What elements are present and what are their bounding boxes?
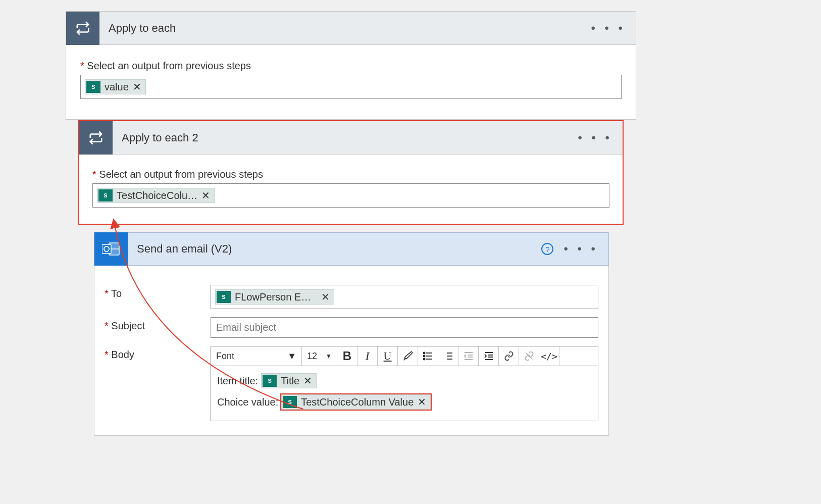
font-size-select[interactable]: 12▼ — [302, 346, 337, 366]
token-flowperson[interactable]: S FLowPerson E… ✕ — [215, 289, 334, 305]
number-list-button[interactable] — [438, 346, 458, 366]
apply-to-each-card: Apply to each • • • * Select an output f… — [66, 11, 636, 120]
card-header[interactable]: Send an email (V2) ? • • • — [94, 232, 609, 266]
remove-token-icon[interactable]: ✕ — [201, 189, 210, 201]
bullet-list-button[interactable] — [418, 346, 438, 366]
svg-rect-3 — [102, 244, 111, 254]
remove-token-icon[interactable]: ✕ — [303, 375, 312, 387]
more-menu-button[interactable]: • • • — [578, 131, 623, 145]
remove-token-icon[interactable]: ✕ — [418, 396, 426, 408]
card-title: Apply to each 2 — [113, 131, 578, 144]
to-input[interactable]: S FLowPerson E… ✕ — [211, 285, 598, 309]
remove-token-icon[interactable]: ✕ — [321, 291, 330, 303]
bold-button[interactable]: B — [337, 346, 357, 366]
output-input[interactable]: S value ✕ — [80, 75, 622, 99]
select-output-label: * Select an output from previous steps — [92, 169, 609, 180]
token-title[interactable]: S Title ✕ — [261, 373, 317, 388]
body-label: * Body — [105, 346, 211, 361]
body-editor[interactable]: Item title: S Title ✕ Choice value: S — [211, 366, 598, 421]
help-icon[interactable]: ? — [541, 243, 553, 255]
underline-button[interactable]: U — [378, 346, 398, 366]
card-header[interactable]: Apply to each • • • — [66, 12, 636, 45]
body-text: Choice value: — [217, 396, 278, 408]
token-testchoicecolumn-value[interactable]: S TestChoiceColumn Value ✕ — [281, 394, 431, 410]
select-output-label: * Select an output from previous steps — [80, 60, 622, 72]
sharepoint-icon: S — [98, 189, 113, 201]
subject-input[interactable] — [211, 317, 598, 338]
remove-token-icon[interactable]: ✕ — [133, 81, 141, 93]
body-text: Item title: — [217, 375, 258, 387]
italic-button[interactable]: I — [357, 346, 378, 366]
loop-icon — [66, 12, 99, 45]
to-label: * To — [105, 285, 211, 299]
unlink-button[interactable] — [519, 346, 539, 366]
svg-point-10 — [423, 359, 425, 360]
sharepoint-icon: S — [263, 375, 277, 387]
sharepoint-icon: S — [283, 396, 297, 408]
rte-toolbar: Font▼ 12▼ B I U — [211, 346, 598, 366]
token-value[interactable]: S value ✕ — [85, 79, 146, 94]
font-select[interactable]: Font▼ — [211, 346, 302, 366]
card-title: Send an email (V2) — [128, 242, 541, 256]
send-email-card: Send an email (V2) ? • • • * To S FLowPe… — [94, 232, 609, 436]
more-menu-button[interactable]: • • • — [563, 242, 608, 256]
outdent-button[interactable] — [458, 346, 479, 366]
subject-label: * Subject — [105, 317, 211, 332]
output-input[interactable]: S TestChoiceColu… ✕ — [92, 183, 609, 208]
link-button[interactable] — [499, 346, 519, 366]
outlook-icon — [94, 232, 128, 266]
apply-to-each-2-card: Apply to each 2 • • • * Select an output… — [78, 120, 624, 225]
indent-button[interactable] — [479, 346, 499, 366]
loop-icon — [79, 121, 113, 155]
more-menu-button[interactable]: • • • — [591, 21, 636, 35]
sharepoint-icon: S — [217, 291, 231, 303]
svg-point-9 — [423, 356, 425, 357]
card-header[interactable]: Apply to each 2 • • • — [79, 121, 623, 155]
svg-point-8 — [423, 352, 425, 354]
color-picker-button[interactable] — [398, 346, 418, 366]
sharepoint-icon: S — [86, 81, 100, 93]
token-testchoicecolumn[interactable]: S TestChoiceColu… ✕ — [97, 188, 215, 203]
code-view-button[interactable]: </> — [539, 346, 559, 366]
card-title: Apply to each — [99, 22, 591, 35]
